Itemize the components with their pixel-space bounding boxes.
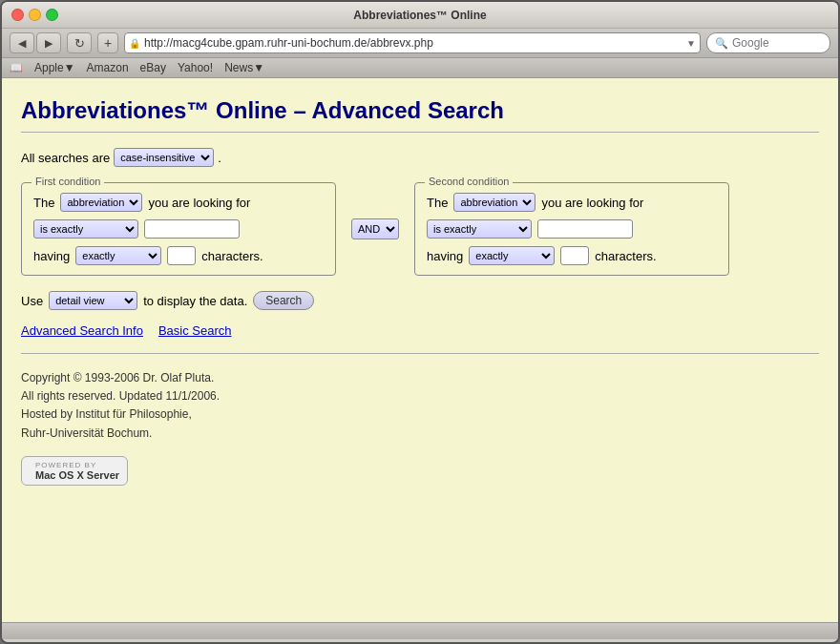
minimize-button[interactable] (29, 9, 41, 21)
first-exactly-select[interactable]: exactly at least at most (75, 246, 161, 265)
footer-line3: Hosted by Institut für Philosophie, (21, 405, 819, 424)
footer-line1: Copyright © 1993-2006 Dr. Olaf Pluta. (21, 369, 819, 387)
first-search-input[interactable] (144, 219, 240, 239)
case-select[interactable]: case-insensitive case-sensitive (114, 148, 214, 167)
forward-button[interactable]: ▶ (36, 32, 61, 53)
powered-badge[interactable]: POWERED BY Mac OS X Server (21, 456, 128, 486)
display-select[interactable]: detail view compact view (49, 291, 137, 310)
display-row: Use detail view compact view to display … (21, 291, 819, 310)
searches-line: All searches are case-insensitive case-s… (21, 148, 819, 167)
bookmark-apple[interactable]: Apple▼ (34, 61, 75, 74)
refresh-button[interactable]: ↻ (67, 32, 92, 53)
first-condition-legend: First condition (32, 176, 104, 187)
second-condition-row1: The abbreviation expansion you are looki… (427, 193, 717, 212)
bookmark-amazon[interactable]: Amazon (87, 61, 129, 74)
search-button[interactable]: Search (253, 291, 314, 310)
first-condition-row1: The abbreviation expansion you are looki… (33, 193, 324, 212)
second-is-exactly-select[interactable]: is exactly starts with ends with contain… (427, 219, 532, 239)
searches-prefix: All searches are (21, 151, 110, 165)
search-input[interactable] (732, 36, 818, 50)
second-condition-row2: is exactly starts with ends with contain… (427, 219, 717, 239)
add-tab-button[interactable]: + (97, 32, 118, 53)
powered-product-label: Mac OS X Server (35, 469, 119, 481)
display-prefix: Use (21, 294, 43, 308)
url-input[interactable] (144, 36, 682, 50)
powered-text: POWERED BY Mac OS X Server (35, 461, 119, 481)
footer-text: Copyright © 1993-2006 Dr. Olaf Pluta. Al… (21, 369, 819, 443)
footer-line4: Ruhr-Universität Bochum. (21, 425, 819, 443)
first-char-input[interactable] (167, 246, 196, 265)
first-condition-row2: is exactly starts with ends with contain… (33, 219, 324, 239)
first-is-exactly-select[interactable]: is exactly starts with ends with contain… (33, 219, 138, 239)
bookmarks-icon: 📖 (10, 62, 23, 74)
second-condition-row3: having exactly at least at most characte… (427, 246, 717, 265)
first-characters-label: characters. (201, 249, 262, 263)
page-content: Abbreviationes™ Online – Advanced Search… (2, 78, 838, 622)
url-bar-container: 🔒 ▼ (124, 32, 701, 53)
window-title: Abbreviationes™ Online (353, 9, 486, 22)
conditions-row: First condition The abbreviation expansi… (21, 182, 819, 276)
first-abbreviation-select[interactable]: abbreviation expansion (60, 193, 142, 212)
first-condition-box: First condition The abbreviation expansi… (21, 182, 336, 276)
back-button[interactable]: ◀ (10, 32, 34, 53)
toolbar: ◀ ▶ ↻ + 🔒 ▼ 🔍 (2, 29, 838, 58)
second-having-label: having (427, 249, 463, 263)
nav-buttons: ◀ ▶ (10, 32, 61, 53)
footer-line2: All rights reserved. Updated 11/1/2006. (21, 387, 819, 405)
search-icon: 🔍 (715, 37, 728, 50)
second-characters-label: characters. (595, 249, 656, 263)
footer-divider (21, 353, 819, 354)
second-looking-for-label: you are looking for (541, 196, 643, 210)
links-row: Advanced Search Info Basic Search (21, 323, 819, 338)
second-the-label: The (427, 196, 448, 210)
second-char-input[interactable] (560, 246, 589, 265)
url-dropdown-icon[interactable]: ▼ (686, 38, 696, 49)
second-condition-box: Second condition The abbreviation expans… (414, 182, 729, 276)
second-condition-legend: Second condition (425, 176, 513, 187)
search-bar-container: 🔍 (706, 32, 830, 53)
lock-icon: 🔒 (129, 38, 140, 49)
basic-search-link[interactable]: Basic Search (158, 323, 232, 338)
bookmarks-bar: 📖 Apple▼ Amazon eBay Yahoo! News▼ (2, 58, 838, 78)
bookmark-yahoo[interactable]: Yahoo! (178, 61, 213, 74)
display-suffix: to display the data. (143, 294, 247, 308)
conjunction-container: AND OR (351, 218, 399, 239)
second-abbreviation-select[interactable]: abbreviation expansion (453, 193, 536, 212)
title-divider (21, 132, 819, 133)
status-bar (2, 622, 838, 639)
second-search-input[interactable] (537, 219, 633, 239)
second-exactly-select[interactable]: exactly at least at most (469, 246, 555, 265)
browser-window: Abbreviationes™ Online ◀ ▶ ↻ + 🔒 ▼ 🔍 📖 A… (0, 0, 840, 644)
bookmark-news[interactable]: News▼ (224, 61, 264, 74)
traffic-lights (11, 9, 58, 21)
first-the-label: The (33, 196, 54, 210)
searches-suffix: . (218, 151, 221, 165)
bookmark-ebay[interactable]: eBay (140, 61, 166, 74)
close-button[interactable] (11, 9, 24, 21)
first-condition-row3: having exactly at least at most characte… (33, 246, 324, 265)
conjunction-select[interactable]: AND OR (351, 218, 399, 239)
first-looking-for-label: you are looking for (148, 196, 250, 210)
page-title: Abbreviationes™ Online – Advanced Search (21, 97, 819, 124)
maximize-button[interactable] (46, 9, 58, 21)
advanced-search-info-link[interactable]: Advanced Search Info (21, 323, 143, 338)
title-bar: Abbreviationes™ Online (2, 2, 838, 29)
first-having-label: having (33, 249, 70, 263)
powered-by-label: POWERED BY (35, 461, 119, 469)
